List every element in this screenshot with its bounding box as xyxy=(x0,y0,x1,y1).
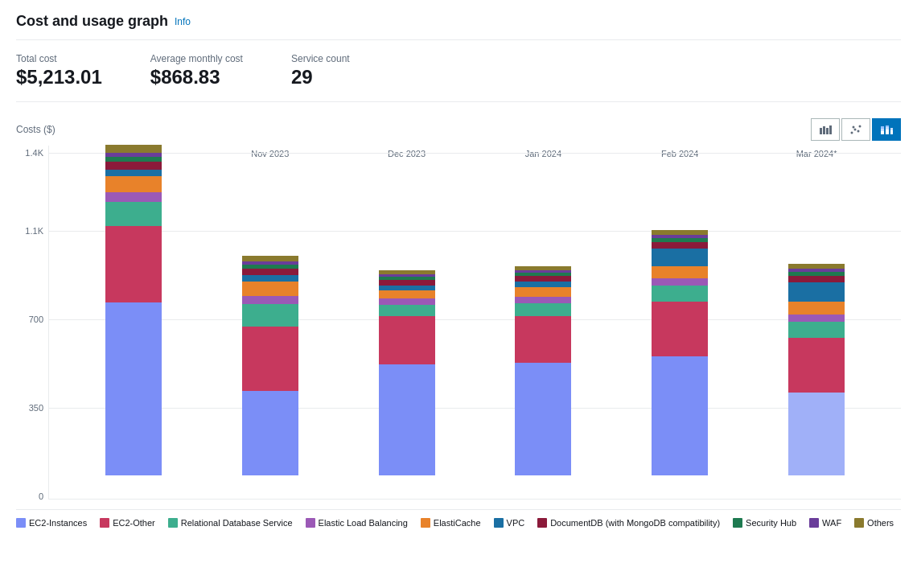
svg-rect-1 xyxy=(823,126,825,134)
legend-color-swatch xyxy=(733,518,742,528)
stacked-bar-icon xyxy=(880,123,893,136)
total-cost-metric: Total cost $5,213.01 xyxy=(16,53,102,88)
bar-segment xyxy=(788,282,845,302)
total-cost-label: Total cost xyxy=(16,53,102,64)
bar-stack xyxy=(242,256,298,475)
y-tick: 350 xyxy=(29,403,43,413)
svg-point-8 xyxy=(859,125,861,128)
legend-label: EC2-Instances xyxy=(29,518,87,528)
bar-stack xyxy=(515,266,571,475)
legend-item: WAF xyxy=(809,518,841,528)
bar-segment xyxy=(379,316,435,364)
bar-segment xyxy=(379,305,435,316)
bar-segment xyxy=(242,256,298,261)
legend-item: Relational Database Service xyxy=(168,518,293,528)
svg-rect-14 xyxy=(886,125,889,127)
bar-segment xyxy=(515,363,571,475)
info-link[interactable]: Info xyxy=(175,16,191,27)
legend: EC2-InstancesEC2-OtherRelational Databas… xyxy=(16,509,901,528)
legend-label: Relational Database Service xyxy=(181,518,293,528)
bar-segment xyxy=(242,304,298,327)
chart-y-label: Costs ($) xyxy=(16,124,56,135)
bar-segment xyxy=(242,275,298,282)
bars-row xyxy=(49,146,901,475)
legend-item: ElastiCache xyxy=(421,518,481,528)
avg-monthly-value: $868.83 xyxy=(150,66,243,88)
legend-color-swatch xyxy=(16,518,26,528)
legend-label: EC2-Other xyxy=(113,518,155,528)
bar-segment xyxy=(242,269,298,275)
page-title: Cost and usage graph xyxy=(16,13,168,30)
service-count-label: Service count xyxy=(291,53,350,64)
avg-monthly-label: Average monthly cost xyxy=(150,53,243,64)
legend-item: Others xyxy=(854,518,894,528)
bar-group xyxy=(105,145,162,475)
bar-segment xyxy=(788,338,845,393)
legend-color-swatch xyxy=(809,518,819,528)
title-row: Cost and usage graph Info xyxy=(16,13,901,40)
bar-group xyxy=(242,256,298,475)
bar-segment xyxy=(379,280,435,286)
legend-color-swatch xyxy=(168,518,178,528)
grouped-bar-button[interactable] xyxy=(811,118,840,141)
svg-rect-10 xyxy=(881,129,884,131)
legend-color-swatch xyxy=(494,518,504,528)
bar-segment xyxy=(105,202,162,226)
svg-point-5 xyxy=(854,129,857,131)
y-tick: 700 xyxy=(29,315,43,324)
bar-segment xyxy=(105,145,162,153)
bar-stack xyxy=(652,230,708,475)
chart-header: Costs ($) xyxy=(16,118,901,141)
svg-rect-3 xyxy=(829,125,832,134)
grouped-bar-icon xyxy=(819,123,832,136)
svg-point-6 xyxy=(853,126,855,129)
bar-segment xyxy=(105,192,162,202)
svg-rect-15 xyxy=(890,130,893,134)
bar-segment xyxy=(242,282,298,296)
legend-color-swatch xyxy=(100,518,109,528)
total-cost-value: $5,213.01 xyxy=(16,66,102,88)
bar-segment xyxy=(515,297,571,303)
service-count-metric: Service count 29 xyxy=(291,53,350,88)
legend-label: VPC xyxy=(507,518,525,528)
legend-label: Security Hub xyxy=(746,518,796,528)
legend-item: VPC xyxy=(494,518,525,528)
bar-segment xyxy=(379,290,435,298)
svg-rect-12 xyxy=(886,130,889,134)
y-axis: 1.4K1.1K7003500 xyxy=(16,146,48,500)
chart-buttons xyxy=(811,118,901,141)
chart-area: 1.4K1.1K7003500 Oct 2023Nov 2023Dec 2023… xyxy=(16,146,901,500)
legend-label: WAF xyxy=(822,518,841,528)
scatter-icon xyxy=(849,123,862,136)
bar-segment xyxy=(652,266,708,278)
y-tick: 0 xyxy=(39,491,43,501)
y-tick: 1.4K xyxy=(25,148,43,158)
bar-group xyxy=(652,230,708,475)
svg-rect-16 xyxy=(890,128,893,130)
bar-segment xyxy=(788,322,845,338)
service-count-value: 29 xyxy=(291,66,350,88)
svg-rect-0 xyxy=(820,128,822,134)
stacked-bar-button[interactable] xyxy=(872,118,901,141)
bar-segment xyxy=(515,303,571,316)
bar-segment xyxy=(105,162,162,170)
bar-segment xyxy=(788,315,845,322)
legend-color-swatch xyxy=(854,518,864,528)
bar-segment xyxy=(379,298,435,305)
svg-rect-11 xyxy=(881,126,884,129)
bar-segment xyxy=(242,391,298,475)
scatter-button[interactable] xyxy=(841,118,870,141)
legend-item: DocumentDB (with MongoDB compatibility) xyxy=(537,518,720,528)
legend-item: Elastic Load Balancing xyxy=(306,518,408,528)
bar-segment xyxy=(788,276,845,282)
bar-segment xyxy=(652,302,708,356)
legend-item: Security Hub xyxy=(733,518,796,528)
bar-group xyxy=(788,264,845,475)
bar-stack xyxy=(105,145,162,475)
bar-segment xyxy=(105,226,162,302)
bar-segment xyxy=(242,296,298,304)
bar-segment xyxy=(515,287,571,297)
svg-rect-2 xyxy=(826,128,829,134)
chart-container: Costs ($) xyxy=(16,118,901,528)
bar-stack xyxy=(788,264,845,475)
